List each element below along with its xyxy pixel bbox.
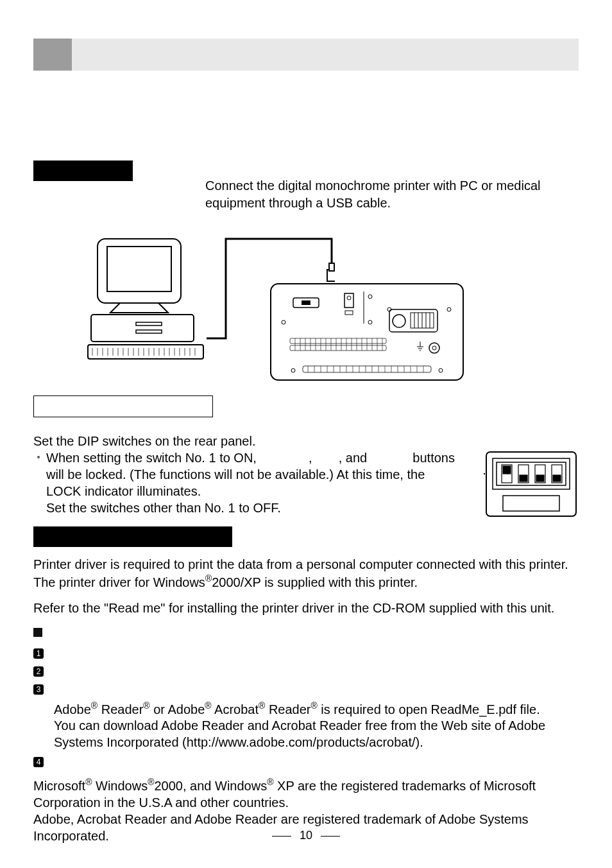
driver-section: Printer driver is required to print the … — [33, 556, 579, 844]
p4d: Acrobat — [212, 702, 259, 716]
svg-rect-1 — [107, 247, 171, 291]
reg-icon: ® — [143, 700, 149, 711]
section-1-label — [33, 161, 133, 181]
pc-icon — [78, 232, 207, 367]
dip-b4: Set the switches other than No. 1 to OFF… — [46, 501, 281, 515]
driver-p2a: The printer driver for Windows — [33, 575, 205, 589]
dip-b2: will be locked. (The functions will not … — [46, 467, 425, 482]
intro-text: Connect the digital monochrome printer w… — [205, 177, 579, 212]
p7d: XP are the registered trademarks of Micr… — [273, 779, 536, 793]
driver-p2b: 2000/XP is supplied with this printer. — [212, 575, 418, 589]
dip-bullet-row: When setting the switch No. 1 to ON, , ,… — [33, 449, 579, 520]
svg-rect-51 — [290, 338, 386, 343]
svg-rect-107 — [553, 475, 561, 482]
page-footer: 10 — [0, 829, 612, 842]
reg-icon: ® — [91, 700, 98, 711]
dip-b1c: , and — [339, 451, 367, 465]
p4a: Adobe — [54, 702, 91, 716]
driver-p3: Refer to the "Read me" for installing th… — [33, 600, 579, 616]
bullet-icon — [37, 456, 40, 458]
square-bullet-icon — [33, 628, 42, 637]
connection-diagram — [33, 232, 579, 380]
header-band — [33, 39, 579, 71]
svg-rect-103 — [520, 475, 527, 482]
svg-rect-52 — [290, 345, 386, 351]
footer-rule-left — [272, 836, 291, 837]
svg-rect-4 — [136, 330, 162, 333]
reg-icon: ® — [205, 573, 212, 584]
dip-switch-icon — [484, 449, 579, 520]
dip-b3: LOCK indicator illuminates. — [46, 484, 201, 498]
svg-rect-105 — [536, 475, 544, 482]
p6: Systems Incorporated (http://www.adobe.c… — [54, 735, 423, 749]
p9: Adobe, Acrobat Reader and Adobe Reader a… — [33, 812, 529, 826]
footer-rule-right — [321, 836, 340, 837]
reg-icon: ® — [310, 700, 317, 711]
reg-icon: ® — [267, 777, 273, 787]
header-block — [33, 39, 72, 71]
driver-adobe-block: Adobe® Reader® or Adobe® Acrobat® Reader… — [54, 700, 579, 751]
p4b: Reader — [98, 702, 143, 716]
svg-rect-5 — [88, 345, 203, 359]
svg-rect-108 — [503, 496, 559, 511]
svg-rect-101 — [503, 466, 511, 474]
svg-rect-34 — [345, 311, 353, 315]
step-1-icon: 1 — [33, 648, 44, 659]
svg-rect-71 — [303, 366, 431, 372]
svg-rect-31 — [302, 300, 310, 305]
p8: Corporation in the U.S.A and other count… — [33, 795, 289, 810]
dip-bullet-text: When setting the switch No. 1 to ON, , ,… — [46, 449, 477, 516]
page: Connect the digital monochrome printer w… — [0, 0, 612, 868]
p5: You can download Adobe Reader and Acroba… — [54, 718, 545, 733]
p7a: Microsoft — [33, 779, 85, 793]
step-3-icon: 3 — [33, 684, 44, 695]
svg-rect-3 — [136, 322, 162, 326]
dip-b1b: , — [309, 451, 312, 465]
page-number: 10 — [300, 829, 312, 842]
dip-section: Set the DIP switches on the rear panel. … — [33, 433, 579, 520]
intro-line-1: Connect the digital monochrome printer w… — [205, 178, 540, 193]
p4c: or Adobe — [150, 702, 205, 716]
content: Connect the digital monochrome printer w… — [33, 161, 579, 844]
dip-lead: Set the DIP switches on the rear panel. — [33, 433, 579, 449]
dip-b1d: buttons — [412, 451, 455, 465]
intro-line-2: equipment through a USB cable. — [205, 196, 391, 210]
svg-rect-2 — [91, 315, 194, 342]
reg-icon: ® — [148, 777, 154, 787]
reg-icon: ® — [85, 777, 92, 787]
p4e: Reader — [265, 702, 310, 716]
reg-icon: ® — [259, 700, 265, 711]
printer-rear-icon — [264, 277, 470, 393]
reg-icon: ® — [205, 700, 211, 711]
step-4-icon: 4 — [33, 757, 44, 767]
p4f: is required to open ReadMe_E.pdf file. — [318, 702, 540, 716]
section-driver-label — [33, 526, 232, 547]
p7c: 2000, and Windows — [154, 779, 267, 793]
p7b: Windows — [92, 779, 148, 793]
step-2-icon: 2 — [33, 666, 44, 677]
driver-p1: Printer driver is required to print the … — [33, 556, 579, 573]
dip-b1a: When setting the switch No. 1 to ON, — [46, 451, 257, 465]
svg-rect-28 — [329, 263, 334, 271]
section-dip-label-outline — [33, 395, 213, 417]
svg-rect-32 — [344, 293, 353, 308]
driver-p2: The printer driver for Windows®2000/XP i… — [33, 573, 579, 591]
